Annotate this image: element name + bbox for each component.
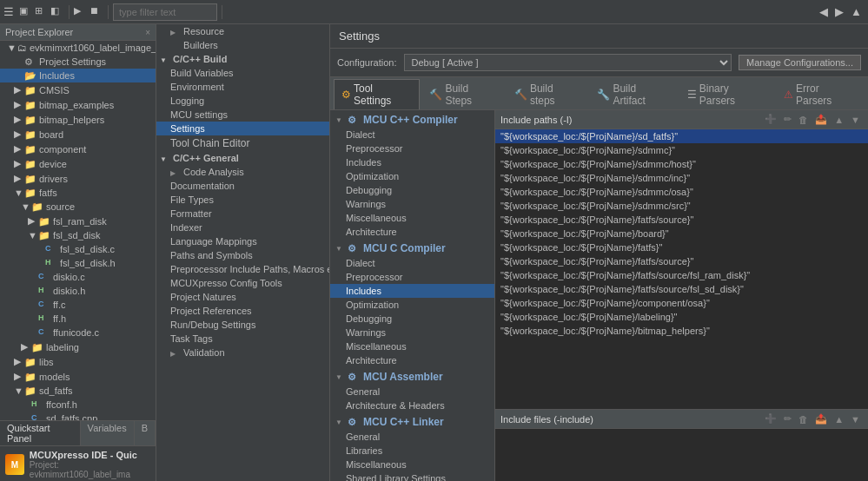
settings-mcu-settings[interactable]: MCU settings bbox=[156, 108, 329, 122]
settings-build-variables[interactable]: Build Variables bbox=[156, 66, 329, 80]
include-move-down-button[interactable]: ▼ bbox=[848, 113, 863, 126]
compiler-item-linker-libraries[interactable]: Libraries bbox=[330, 444, 494, 458]
settings-validation[interactable]: ▶ Validation bbox=[156, 346, 329, 359]
include-edit-button[interactable]: ✏ bbox=[781, 113, 794, 126]
settings-project-references[interactable]: Project References bbox=[156, 304, 329, 318]
settings-indexer[interactable]: Indexer bbox=[156, 221, 329, 234]
tree-item-models[interactable]: ▶ 📁 models bbox=[0, 369, 156, 384]
compiler-item-mcu-c[interactable]: ▼ ⚙ MCU C Compiler bbox=[330, 239, 494, 256]
tab-variables[interactable]: Variables bbox=[81, 421, 135, 445]
include-path-13[interactable]: "${workspace_loc:/${ProjName}/labeling}" bbox=[495, 310, 868, 324]
nav-forward-icon[interactable]: ▶ bbox=[835, 5, 849, 19]
settings-builders[interactable]: Builders bbox=[156, 38, 329, 52]
tree-item-sd-fatfs-cpp[interactable]: C sd_fatfs.cpp bbox=[0, 412, 156, 420]
tree-item-labeling[interactable]: ▶ 📁 labeling bbox=[0, 339, 156, 354]
tree-item-diskio-h[interactable]: H diskio.h bbox=[0, 284, 156, 298]
include-path-0[interactable]: "${workspace_loc:/${ProjName}/sd_fatfs}" bbox=[495, 129, 868, 143]
include-files-export-button[interactable]: 📤 bbox=[812, 412, 830, 425]
include-files-edit-button[interactable]: ✏ bbox=[781, 412, 794, 425]
tree-item-device[interactable]: ▶ 📁 device bbox=[0, 156, 156, 171]
tree-item-diskio-c[interactable]: C diskio.c bbox=[0, 270, 156, 284]
compiler-item-mcu-linker[interactable]: ▼ ⚙ MCU C++ Linker bbox=[330, 412, 494, 430]
settings-toolchain-editor[interactable]: Tool Chain Editor bbox=[156, 135, 329, 151]
include-move-up-button[interactable]: ▲ bbox=[832, 113, 846, 126]
settings-run-debug[interactable]: Run/Debug Settings bbox=[156, 318, 329, 332]
include-path-1[interactable]: "${workspace_loc:/${ProjName}/sdmmc}" bbox=[495, 143, 868, 157]
compiler-item-cpp-miscellaneous[interactable]: Miscellaneous bbox=[330, 211, 494, 225]
include-add-button[interactable]: ➕ bbox=[762, 113, 779, 126]
tree-item-cmsis[interactable]: ▶ 📁 CMSIS bbox=[0, 82, 156, 97]
include-path-5[interactable]: "${workspace_loc:/${ProjName}/sdmmc/src}… bbox=[495, 199, 868, 213]
settings-logging[interactable]: Logging bbox=[156, 94, 329, 108]
tree-item-source[interactable]: ▼ 📁 source bbox=[0, 200, 156, 214]
include-path-3[interactable]: "${workspace_loc:/${ProjName}/sdmmc/inc}… bbox=[495, 171, 868, 185]
compiler-item-c-miscellaneous[interactable]: Miscellaneous bbox=[330, 339, 494, 353]
compiler-item-mcu-cpp[interactable]: ▼ ⚙ MCU C++ Compiler bbox=[330, 110, 494, 128]
tab-b[interactable]: B bbox=[135, 421, 156, 445]
tree-item-fsl-sd-disk-c[interactable]: C fsl_sd_disk.c bbox=[0, 242, 156, 256]
tree-item-fsl-sd-disk-h[interactable]: H fsl_sd_disk.h bbox=[0, 256, 156, 270]
include-path-8[interactable]: "${workspace_loc:/${ProjName}/fatfs}" bbox=[495, 240, 868, 254]
manage-configs-button[interactable]: Manage Configurations... bbox=[739, 55, 861, 70]
tree-item-drivers[interactable]: ▶ 📁 drivers bbox=[0, 171, 156, 186]
tab-error-parsers[interactable]: ⚠ Error Parsers bbox=[776, 79, 865, 109]
settings-formatter[interactable]: Formatter bbox=[156, 207, 329, 221]
compiler-item-cpp-warnings[interactable]: Warnings bbox=[330, 197, 494, 211]
settings-preprocessor-includes[interactable]: Preprocessor Include Paths, Macros etc. bbox=[156, 262, 329, 276]
compiler-item-linker-general[interactable]: General bbox=[330, 430, 494, 444]
compiler-item-mcu-assembler[interactable]: ▼ ⚙ MCU Assembler bbox=[330, 367, 494, 385]
settings-file-types[interactable]: File Types bbox=[156, 193, 329, 207]
nav-up-icon[interactable]: ▲ bbox=[851, 5, 865, 19]
compiler-item-c-preprocessor[interactable]: Preprocessor bbox=[330, 270, 494, 284]
compiler-item-c-includes[interactable]: Includes bbox=[330, 284, 494, 298]
include-path-7[interactable]: "${workspace_loc:/${ProjName}/board}" bbox=[495, 227, 868, 240]
compiler-item-cpp-dialect[interactable]: Dialect bbox=[330, 128, 494, 142]
compiler-item-cpp-debugging[interactable]: Debugging bbox=[330, 183, 494, 197]
compiler-item-c-warnings[interactable]: Warnings bbox=[330, 326, 494, 339]
include-path-4[interactable]: "${workspace_loc:/${ProjName}/sdmmc/osa}… bbox=[495, 185, 868, 199]
tab-build-steps-1[interactable]: 🔨 Build Steps bbox=[421, 79, 504, 109]
settings-settings[interactable]: Settings bbox=[156, 122, 329, 135]
include-delete-button[interactable]: 🗑 bbox=[796, 113, 811, 126]
tree-item-board[interactable]: ▶ 📁 board bbox=[0, 127, 156, 142]
include-path-14[interactable]: "${workspace_loc:/${ProjName}/bitmap_hel… bbox=[495, 324, 868, 338]
tab-quickstart[interactable]: Quickstart Panel bbox=[0, 421, 81, 445]
compiler-item-c-architecture[interactable]: Architecture bbox=[330, 353, 494, 367]
tab-tool-settings[interactable]: ⚙ Tool Settings bbox=[334, 79, 420, 109]
settings-code-analysis[interactable]: ▶ Code Analysis bbox=[156, 165, 329, 179]
tab-binary-parsers[interactable]: ☰ Binary Parsers bbox=[679, 79, 774, 109]
compiler-item-c-debugging[interactable]: Debugging bbox=[330, 312, 494, 326]
include-path-12[interactable]: "${workspace_loc:/${ProjName}/component/… bbox=[495, 296, 868, 310]
compiler-item-asm-general[interactable]: General bbox=[330, 385, 494, 399]
tree-item-ff-c[interactable]: C ff.c bbox=[0, 298, 156, 312]
include-path-11[interactable]: "${workspace_loc:/${ProjName}/fatfs/sour… bbox=[495, 282, 868, 296]
settings-paths-and-symbols[interactable]: Paths and Symbols bbox=[156, 248, 329, 262]
settings-task-tags[interactable]: Task Tags bbox=[156, 332, 329, 346]
tree-item-root[interactable]: ▼ 🗂 evkmimxrt1060_label_image_mnis bbox=[0, 41, 156, 55]
include-files-up-button[interactable]: ▲ bbox=[832, 412, 846, 425]
filter-input[interactable] bbox=[113, 3, 217, 21]
compiler-item-c-optimization[interactable]: Optimization bbox=[330, 298, 494, 312]
settings-language-mappings[interactable]: Language Mappings bbox=[156, 234, 329, 248]
tree-item-bitmap-helpers[interactable]: ▶ 📁 bitmap_helpers bbox=[0, 112, 156, 127]
include-path-6[interactable]: "${workspace_loc:/${ProjName}/fatfs/sour… bbox=[495, 213, 868, 227]
compiler-item-linker-miscellaneous[interactable]: Miscellaneous bbox=[330, 458, 494, 471]
tree-item-includes[interactable]: 📂 Includes bbox=[0, 69, 156, 82]
compiler-item-cpp-optimization[interactable]: Optimization bbox=[330, 169, 494, 183]
nav-back-icon[interactable]: ◀ bbox=[819, 5, 833, 19]
settings-environment[interactable]: Environment bbox=[156, 80, 329, 94]
tree-item-project-settings[interactable]: ⚙ Project Settings bbox=[0, 55, 156, 69]
compiler-item-c-dialect[interactable]: Dialect bbox=[330, 256, 494, 270]
settings-cpp-general[interactable]: ▼ C/C++ General bbox=[156, 151, 329, 165]
settings-mcuxpresso-config[interactable]: MCUXpresso Config Tools bbox=[156, 276, 329, 290]
compiler-item-asm-arch-headers[interactable]: Architecture & Headers bbox=[330, 399, 494, 412]
tree-item-fsl-ram-disk[interactable]: ▶ 📁 fsl_ram_disk bbox=[0, 214, 156, 228]
tree-item-ffconf-h[interactable]: H ffconf.h bbox=[0, 398, 156, 412]
include-export-button[interactable]: 📤 bbox=[812, 113, 830, 126]
tab-build-artifact[interactable]: 🔧 Build Artifact bbox=[589, 79, 677, 109]
config-select[interactable]: Debug [ Active ] bbox=[404, 54, 732, 71]
tab-build-steps-2[interactable]: 🔨 Build steps bbox=[507, 79, 588, 109]
include-files-delete-button[interactable]: 🗑 bbox=[796, 412, 811, 425]
include-path-10[interactable]: "${workspace_loc:/${ProjName}/fatfs/sour… bbox=[495, 268, 868, 282]
include-files-add-button[interactable]: ➕ bbox=[762, 412, 779, 425]
